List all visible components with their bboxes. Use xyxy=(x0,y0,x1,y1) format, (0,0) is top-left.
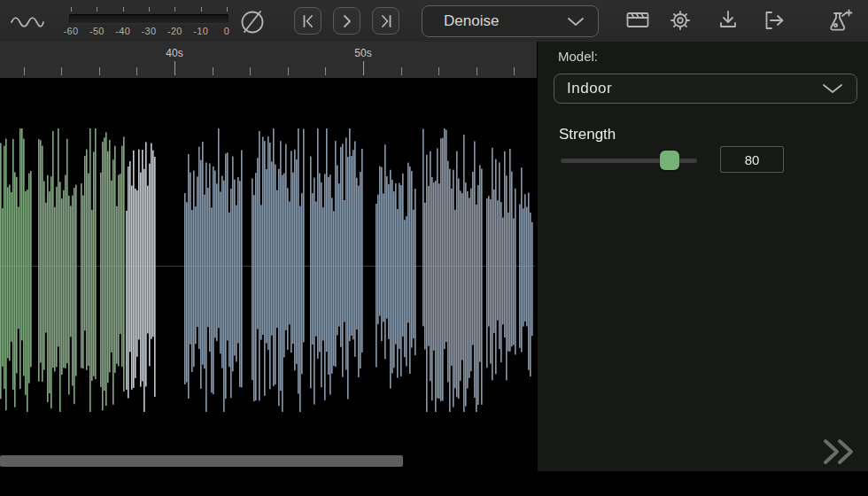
model-label: Model: xyxy=(558,49,598,64)
double-chevron-right-icon xyxy=(820,438,857,466)
meter-tick-label: -20 xyxy=(167,26,182,36)
waveform-display[interactable] xyxy=(0,78,538,450)
ruler-tick xyxy=(325,67,326,75)
collapse-panel-button[interactable] xyxy=(818,436,859,468)
ruler-tick xyxy=(61,67,62,75)
ruler-tick xyxy=(24,67,25,75)
ruler-tick xyxy=(213,67,213,75)
ruler-time-label: 40s xyxy=(166,47,182,59)
level-meter-ticks xyxy=(69,7,230,12)
strength-slider-thumb[interactable] xyxy=(660,151,679,170)
chevron-down-icon xyxy=(566,16,585,27)
meter-tick xyxy=(201,7,202,12)
effect-selector-value: Denoise xyxy=(444,12,566,30)
meter-tick xyxy=(97,7,97,12)
clapperboard-icon xyxy=(624,8,651,33)
meter-tick xyxy=(227,7,228,12)
meter-tick-label: -10 xyxy=(193,26,208,36)
ruler-tick xyxy=(363,61,364,75)
chevron-down-icon xyxy=(821,82,844,95)
model-selector-value: Indoor xyxy=(567,80,821,97)
ruler-tick xyxy=(438,67,439,75)
meter-tick-label: 0 xyxy=(224,26,229,36)
ruler-tick xyxy=(477,67,477,75)
meter-tick-label: -60 xyxy=(64,26,79,36)
toolbar: -60-50-40-30-20-100 xyxy=(0,0,868,42)
ruler-tick xyxy=(136,67,137,75)
ruler-tick xyxy=(99,67,100,75)
level-meter: -60-50-40-30-20-100 xyxy=(69,4,230,38)
download-button[interactable] xyxy=(716,8,740,33)
settings-button[interactable] xyxy=(667,8,694,33)
level-meter-labels: -60-50-40-30-20-100 xyxy=(69,26,230,37)
level-meter-bar xyxy=(69,14,229,23)
strength-slider[interactable] xyxy=(561,151,697,170)
export-icon xyxy=(762,8,788,33)
export-button[interactable] xyxy=(762,8,788,33)
meter-tick xyxy=(71,7,72,12)
ruler-tick xyxy=(401,67,402,75)
ruler-tick xyxy=(288,67,289,75)
strength-label: Strength xyxy=(559,126,616,143)
meter-tick xyxy=(123,7,124,12)
skip-to-start-icon xyxy=(300,14,316,28)
meter-tick xyxy=(174,7,175,12)
meter-tick-label: -40 xyxy=(115,26,130,36)
skip-to-end-icon xyxy=(378,14,394,28)
waveform-display-area xyxy=(0,78,538,496)
add-experiment-button[interactable] xyxy=(825,8,856,35)
strength-value: 80 xyxy=(745,152,760,167)
gear-icon xyxy=(667,8,694,33)
timeline-ruler[interactable]: 30s40s50s xyxy=(0,42,538,78)
ruler-tick xyxy=(174,61,175,75)
download-icon xyxy=(716,8,740,33)
strength-value-field[interactable]: 80 xyxy=(720,146,784,173)
meter-tick-label: -30 xyxy=(142,26,157,36)
effect-settings-panel: Model: Indoor Strength 80 xyxy=(538,42,868,471)
model-selector-dropdown[interactable]: Indoor xyxy=(554,74,857,104)
effect-selector-dropdown[interactable]: Denoise xyxy=(422,5,599,37)
meter-tick-label: -50 xyxy=(89,26,105,36)
skip-to-end-button[interactable] xyxy=(372,7,399,35)
play-icon xyxy=(339,14,355,28)
skip-to-start-button[interactable] xyxy=(294,7,322,35)
ruler-tick xyxy=(514,67,515,75)
horizontal-scrollbar-thumb[interactable] xyxy=(0,455,403,467)
clip-view-button[interactable] xyxy=(624,8,651,33)
phase-cancel-button[interactable] xyxy=(236,5,268,37)
play-button[interactable] xyxy=(333,7,360,35)
ruler-time-label: 50s xyxy=(354,47,371,59)
phase-cancel-icon xyxy=(236,5,268,37)
ruler-tick xyxy=(250,67,251,75)
flask-plus-icon xyxy=(825,8,856,35)
waveform-icon xyxy=(11,15,44,29)
meter-tick xyxy=(149,7,150,12)
